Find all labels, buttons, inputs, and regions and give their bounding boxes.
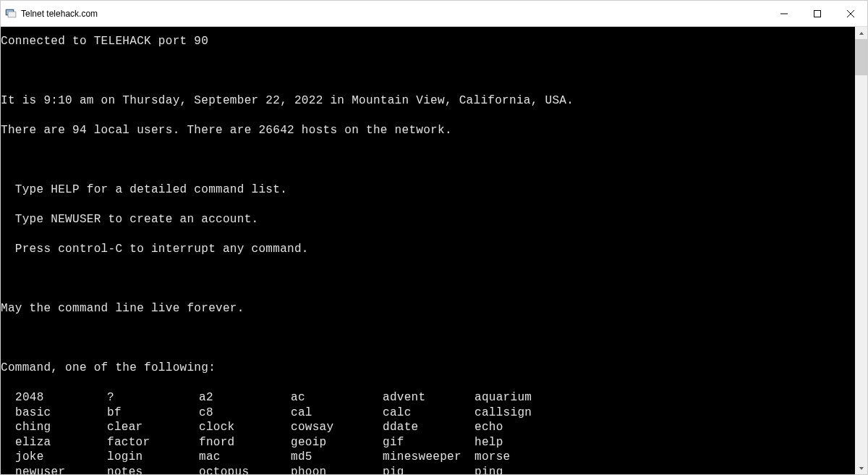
command-item: ping: [475, 465, 566, 475]
command-item: pig: [383, 465, 475, 475]
command-item: eliza: [15, 435, 107, 450]
command-item: cal: [291, 405, 383, 421]
command-row: 2048?a2acadventaquarium: [1, 390, 855, 405]
command-row: newusernotesoctopusphoonpigping: [1, 465, 855, 475]
command-item: ?: [107, 390, 199, 405]
command-item: cowsay: [291, 420, 383, 435]
command-row: elizafactorfnordgeoipgifhelp: [1, 435, 855, 450]
blank-line: [1, 272, 855, 287]
command-item: ac: [291, 390, 383, 405]
command-item: bf: [107, 405, 199, 421]
datetime-line: It is 9:10 am on Thursday, September 22,…: [1, 93, 855, 109]
stats-line: There are 94 local users. There are 2664…: [1, 123, 855, 138]
connected-line: Connected to TELEHACK port 90: [1, 34, 855, 49]
svg-marker-8: [859, 32, 864, 35]
tip-newuser: Type NEWUSER to create an account.: [1, 212, 855, 227]
command-item: clear: [107, 420, 199, 435]
command-item: morse: [475, 450, 566, 465]
telnet-icon: [5, 8, 17, 20]
command-item: md5: [291, 450, 383, 465]
command-item: phoon: [291, 465, 383, 475]
command-item: login: [107, 450, 199, 465]
command-table: 2048?a2acadventaquariumbasicbfc8calcalcc…: [1, 390, 855, 474]
scroll-up-arrow[interactable]: [855, 27, 867, 39]
command-header: Command, one of the following:: [1, 361, 855, 376]
app-window: Telnet telehack.com Connected to TELEHAC…: [0, 0, 868, 475]
command-item: callsign: [475, 405, 566, 421]
svg-marker-9: [859, 467, 864, 470]
command-item: calc: [383, 405, 475, 421]
command-item: minesweeper: [383, 450, 475, 465]
window-title: Telnet telehack.com: [21, 9, 767, 19]
command-item: basic: [15, 405, 107, 421]
blank-line: [1, 153, 855, 168]
command-item: help: [475, 435, 566, 450]
command-item: geoip: [291, 435, 383, 450]
terminal-output: Connected to TELEHACK port 90 It is 9:10…: [1, 34, 855, 474]
command-item: echo: [475, 420, 566, 435]
command-item: newuser: [15, 465, 107, 475]
scroll-track[interactable]: [855, 39, 867, 462]
tip-ctrlc: Press control-C to interrupt any command…: [1, 242, 855, 257]
scroll-down-arrow[interactable]: [855, 462, 867, 474]
command-row: basicbfc8calcalccallsign: [1, 405, 855, 421]
maximize-button[interactable]: [801, 1, 834, 27]
content-area: Connected to TELEHACK port 90 It is 9:10…: [1, 27, 867, 474]
terminal[interactable]: Connected to TELEHACK port 90 It is 9:10…: [1, 27, 855, 474]
blank-line: [1, 64, 855, 79]
command-item: a2: [199, 390, 291, 405]
blank-line: [1, 331, 855, 346]
command-row: jokeloginmacmd5minesweepermorse: [1, 450, 855, 465]
command-item: c8: [199, 405, 291, 421]
command-item: advent: [383, 390, 475, 405]
command-item: ching: [15, 420, 107, 435]
svg-rect-3: [9, 12, 15, 17]
command-item: fnord: [199, 435, 291, 450]
motto-line: May the command line live forever.: [1, 301, 855, 316]
command-item: joke: [15, 450, 107, 465]
scroll-thumb[interactable]: [855, 39, 867, 75]
tip-help: Type HELP for a detailed command list.: [1, 182, 855, 198]
command-item: ddate: [383, 420, 475, 435]
command-item: octopus: [199, 465, 291, 475]
command-item: 2048: [15, 390, 107, 405]
window-controls: [767, 1, 867, 27]
command-item: aquarium: [475, 390, 566, 405]
svg-rect-5: [814, 10, 821, 17]
command-row: chingclearclockcowsayddateecho: [1, 420, 855, 435]
command-item: factor: [107, 435, 199, 450]
command-item: notes: [107, 465, 199, 475]
minimize-button[interactable]: [767, 1, 801, 27]
titlebar[interactable]: Telnet telehack.com: [1, 1, 867, 27]
command-item: gif: [383, 435, 475, 450]
command-item: mac: [199, 450, 291, 465]
vertical-scrollbar[interactable]: [855, 27, 867, 474]
close-button[interactable]: [834, 1, 867, 27]
command-item: clock: [199, 420, 291, 435]
